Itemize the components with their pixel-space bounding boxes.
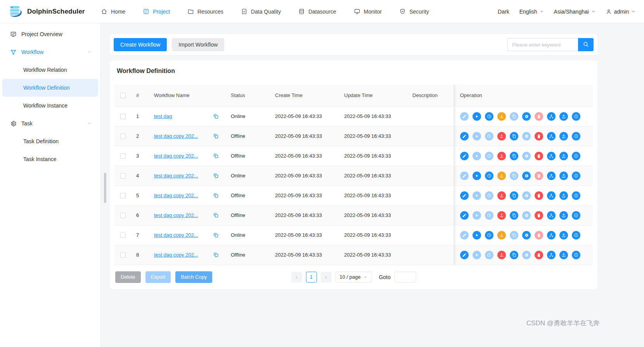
op-edit-button[interactable]: [460, 152, 469, 160]
workflow-name-link[interactable]: test dag copy 202...: [154, 193, 213, 198]
sidebar-item-workflow-instance[interactable]: Workflow Instance: [2, 97, 98, 115]
op-release-button[interactable]: [497, 251, 506, 259]
op-copy-button[interactable]: [510, 112, 518, 121]
search-button[interactable]: [578, 38, 594, 51]
op-timing-button[interactable]: [485, 112, 493, 121]
user-menu[interactable]: admin: [606, 9, 635, 15]
nav-item-resources[interactable]: Resources: [187, 8, 223, 15]
op-export-button[interactable]: [559, 191, 568, 200]
nav-item-data-quality[interactable]: Data Quality: [241, 8, 281, 15]
copy-name-icon[interactable]: [213, 133, 219, 139]
op-timing-button[interactable]: [485, 132, 493, 141]
op-start-button[interactable]: [473, 231, 481, 239]
op-timing-button[interactable]: [485, 191, 493, 200]
op-cron-button[interactable]: [522, 152, 531, 160]
copy-name-icon[interactable]: [213, 232, 219, 238]
op-export-button[interactable]: [559, 251, 568, 259]
batch-export-button[interactable]: Export: [145, 271, 171, 283]
workflow-name-link[interactable]: test dag copy 202...: [154, 173, 213, 179]
sidebar-item-task-instance[interactable]: Task Instance: [2, 150, 98, 168]
op-copy-button[interactable]: [510, 191, 518, 200]
op-version-button[interactable]: [572, 152, 580, 160]
op-release-button[interactable]: [497, 132, 506, 141]
copy-name-icon[interactable]: [213, 252, 219, 258]
copy-name-icon[interactable]: [213, 173, 219, 179]
op-export-button[interactable]: [559, 132, 568, 141]
op-delete-button[interactable]: [535, 132, 543, 141]
sidebar-item-workflow-relation[interactable]: Workflow Relation: [2, 61, 98, 79]
op-export-button[interactable]: [559, 152, 568, 160]
nav-item-security[interactable]: Security: [399, 8, 429, 15]
op-tree-button[interactable]: [547, 132, 556, 141]
copy-name-icon[interactable]: [213, 212, 219, 218]
op-start-button[interactable]: [473, 251, 481, 259]
op-delete-button[interactable]: [535, 231, 543, 239]
row-checkbox[interactable]: [120, 232, 126, 238]
nav-item-monitor[interactable]: Monitor: [354, 8, 382, 15]
nav-item-project[interactable]: Project: [143, 8, 170, 15]
op-cron-button[interactable]: [522, 231, 531, 239]
timezone-select[interactable]: Asia/Shanghai: [554, 9, 596, 15]
op-cron-button[interactable]: [522, 211, 531, 220]
op-release-button[interactable]: [497, 172, 506, 180]
op-edit-button[interactable]: [460, 172, 469, 180]
op-tree-button[interactable]: [547, 172, 556, 180]
op-release-button[interactable]: [497, 112, 506, 121]
op-tree-button[interactable]: [547, 191, 556, 200]
goto-input[interactable]: [395, 272, 416, 283]
sidebar-item-task[interactable]: Task: [0, 115, 100, 132]
op-version-button[interactable]: [572, 132, 580, 141]
row-checkbox[interactable]: [120, 114, 126, 119]
copy-name-icon[interactable]: [213, 153, 219, 159]
sidebar-item-project-overview[interactable]: Project Overview: [0, 25, 100, 43]
op-delete-button[interactable]: [535, 152, 543, 160]
workflow-name-link[interactable]: test dag copy 202...: [154, 153, 213, 159]
op-version-button[interactable]: [572, 112, 580, 121]
next-page-button[interactable]: ›: [320, 272, 331, 283]
create-workflow-button[interactable]: Create Workflow: [114, 38, 167, 51]
op-start-button[interactable]: [473, 132, 481, 141]
op-version-button[interactable]: [572, 211, 580, 220]
op-edit-button[interactable]: [460, 191, 469, 200]
op-edit-button[interactable]: [460, 231, 469, 239]
op-timing-button[interactable]: [485, 172, 493, 180]
batch-delete-button[interactable]: Delete: [115, 271, 141, 283]
row-checkbox[interactable]: [120, 252, 126, 258]
op-version-button[interactable]: [572, 191, 580, 200]
page-number-button[interactable]: 1: [306, 272, 317, 283]
row-checkbox[interactable]: [120, 134, 126, 139]
page-size-select[interactable]: 10 / page: [335, 272, 372, 283]
op-export-button[interactable]: [559, 231, 568, 239]
op-copy-button[interactable]: [510, 231, 518, 239]
sidebar-item-workflow-definition[interactable]: Workflow Definition: [2, 79, 98, 97]
op-release-button[interactable]: [497, 191, 506, 200]
workflow-name-link[interactable]: test dag copy 202...: [154, 212, 213, 218]
nav-item-home[interactable]: Home: [101, 8, 125, 15]
op-start-button[interactable]: [473, 191, 481, 200]
op-export-button[interactable]: [559, 112, 568, 121]
op-start-button[interactable]: [473, 211, 481, 220]
workflow-name-link[interactable]: test dag: [154, 113, 213, 119]
op-delete-button[interactable]: [535, 172, 543, 180]
op-timing-button[interactable]: [485, 251, 493, 259]
row-checkbox[interactable]: [120, 193, 126, 198]
copy-name-icon[interactable]: [213, 193, 219, 198]
op-start-button[interactable]: [473, 172, 481, 180]
op-cron-button[interactable]: [522, 132, 531, 141]
op-export-button[interactable]: [559, 211, 568, 220]
op-copy-button[interactable]: [510, 211, 518, 220]
op-delete-button[interactable]: [535, 211, 543, 220]
op-tree-button[interactable]: [547, 112, 556, 121]
op-timing-button[interactable]: [485, 211, 493, 220]
op-edit-button[interactable]: [460, 211, 469, 220]
op-tree-button[interactable]: [547, 231, 556, 239]
op-version-button[interactable]: [572, 172, 580, 180]
op-timing-button[interactable]: [485, 152, 493, 160]
op-release-button[interactable]: [497, 152, 506, 160]
nav-item-datasource[interactable]: Datasource: [298, 8, 336, 15]
op-release-button[interactable]: [497, 211, 506, 220]
op-tree-button[interactable]: [547, 211, 556, 220]
op-cron-button[interactable]: [522, 251, 531, 259]
op-copy-button[interactable]: [510, 152, 518, 160]
workflow-name-link[interactable]: test dag copy 202...: [154, 252, 213, 258]
